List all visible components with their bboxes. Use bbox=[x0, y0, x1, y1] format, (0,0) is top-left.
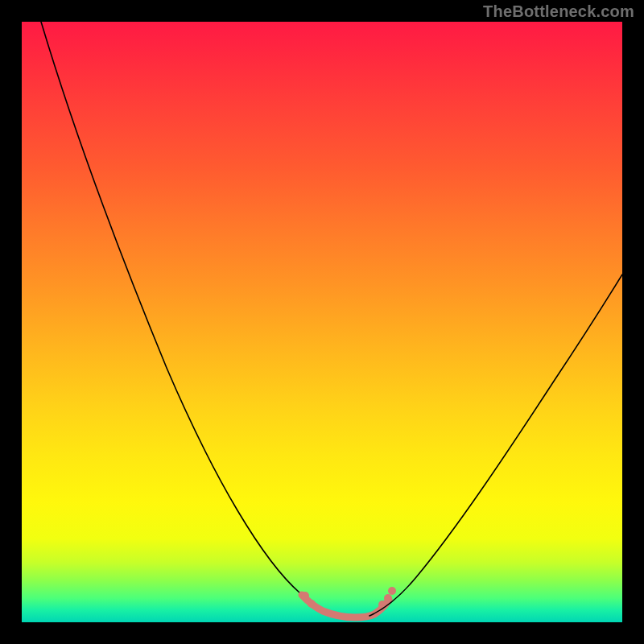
attribution-text: TheBottleneck.com bbox=[483, 2, 634, 21]
marker-dot-4 bbox=[384, 594, 392, 602]
marker-dot-2 bbox=[308, 600, 316, 608]
curve-right-branch bbox=[369, 275, 622, 616]
marker-dot-5 bbox=[388, 587, 396, 595]
curve-left-branch bbox=[41, 22, 329, 613]
marker-dot-1 bbox=[301, 592, 309, 600]
bottom-highlight-segment bbox=[302, 595, 389, 617]
chart-frame: TheBottleneck.com bbox=[0, 0, 644, 644]
plot-area bbox=[22, 22, 622, 622]
chart-svg bbox=[22, 22, 622, 622]
